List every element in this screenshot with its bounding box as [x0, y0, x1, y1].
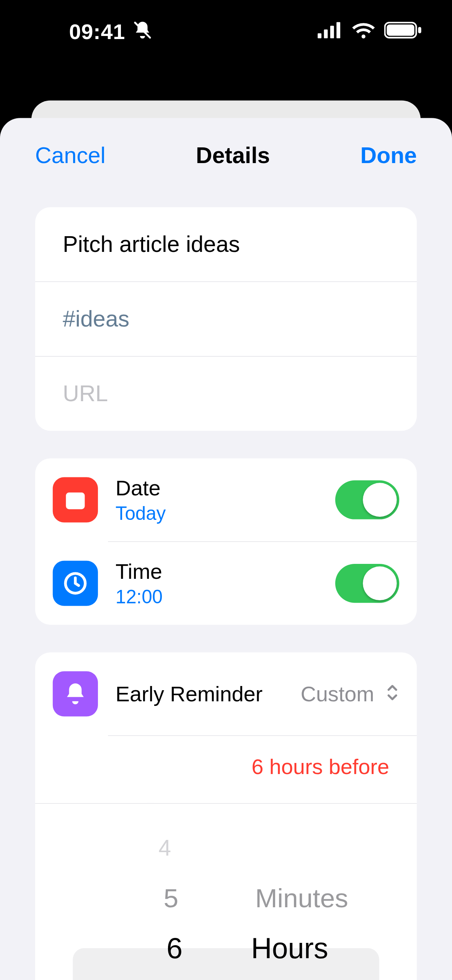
svg-rect-6 [418, 27, 421, 33]
svg-rect-12 [69, 503, 71, 505]
time-row[interactable]: Time 12:00 [35, 542, 417, 625]
reminder-picker[interactable]: 3 4 5 6 7 8 9 10 . . [35, 804, 417, 980]
early-reminder-group: Early Reminder Custom 6 hours before 3 4… [35, 652, 417, 980]
svg-rect-1 [324, 29, 328, 38]
svg-rect-9 [69, 499, 71, 501]
date-row[interactable]: Date Today [35, 458, 417, 541]
bell-icon [53, 671, 98, 716]
notes-input[interactable]: #ideas [35, 282, 417, 356]
nav-bar: Cancel Details Done [0, 118, 452, 193]
early-reminder-label: Early Reminder [116, 682, 301, 706]
early-reminder-summary: 6 hours before [35, 736, 417, 804]
url-input[interactable]: URL [35, 357, 417, 431]
date-time-group: Date Today Time 12:00 [35, 458, 417, 625]
battery-icon [384, 21, 422, 41]
svg-rect-13 [73, 503, 75, 505]
page-title: Details [196, 142, 270, 169]
done-button[interactable]: Done [361, 142, 417, 169]
early-reminder-row[interactable]: Early Reminder Custom [35, 652, 417, 735]
time-value[interactable]: 12:00 [116, 586, 335, 608]
status-time: 09:41 [69, 19, 125, 44]
date-value[interactable]: Today [116, 503, 335, 524]
date-toggle[interactable] [335, 480, 399, 519]
cellular-icon [318, 22, 343, 41]
picker-unit-column[interactable]: . . Minutes Hours Days Weeks Months . [226, 804, 417, 980]
svg-rect-10 [73, 499, 75, 501]
title-input[interactable]: Pitch article ideas [35, 207, 417, 282]
cancel-button[interactable]: Cancel [35, 142, 106, 169]
clock-icon [53, 561, 98, 606]
calendar-icon [53, 477, 98, 523]
svg-rect-3 [336, 22, 340, 38]
status-bar: 09:41 [0, 0, 452, 63]
svg-rect-2 [330, 26, 334, 38]
picker-number-selected: 6 [35, 923, 226, 973]
date-label: Date [116, 476, 335, 500]
text-fields-group: Pitch article ideas #ideas URL [35, 207, 417, 431]
time-toggle[interactable] [335, 564, 399, 603]
picker-unit-selected: Hours [251, 923, 328, 973]
svg-rect-5 [387, 24, 414, 36]
details-sheet: Cancel Details Done Pitch article ideas … [0, 118, 452, 980]
do-not-disturb-icon [133, 20, 153, 42]
wifi-icon [352, 21, 375, 41]
svg-rect-0 [318, 33, 321, 38]
svg-rect-14 [77, 503, 80, 505]
time-label: Time [116, 559, 335, 584]
early-reminder-mode: Custom [300, 682, 374, 706]
stepper-icon[interactable] [385, 683, 399, 705]
picker-number-column[interactable]: 3 4 5 6 7 8 9 10 [35, 804, 226, 980]
svg-rect-11 [77, 499, 80, 501]
